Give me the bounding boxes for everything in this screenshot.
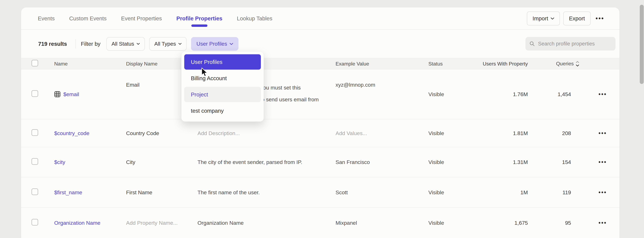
property-name-link[interactable]: $city bbox=[54, 159, 65, 165]
tab-bar: Events Custom Events Event Properties Pr… bbox=[21, 8, 620, 30]
queries-header-label: Queries bbox=[556, 61, 574, 67]
divider bbox=[76, 39, 76, 49]
tab-lookup-tables[interactable]: Lookup Tables bbox=[237, 8, 272, 29]
name-cell: $first_name bbox=[54, 189, 122, 195]
row-more-button[interactable]: ••• bbox=[593, 219, 612, 226]
checkbox-cell bbox=[32, 219, 38, 227]
table-header-row: Name Display Name Description Example Va… bbox=[21, 58, 620, 69]
table-row: $city City The city of the event sender,… bbox=[21, 147, 620, 177]
example-value-cell[interactable]: Mixpanel bbox=[336, 220, 424, 226]
description-cell[interactable]: Organization Name bbox=[198, 220, 332, 226]
row-checkbox[interactable] bbox=[32, 158, 38, 165]
name-cell: Organization Name bbox=[54, 220, 122, 226]
users-with-property-cell: 1.31M bbox=[478, 159, 528, 165]
row-more-button[interactable]: ••• bbox=[593, 189, 612, 196]
types-filter-button[interactable]: All Types bbox=[149, 37, 186, 51]
filter-bar: 719 results Filter by All Status All Typ… bbox=[21, 30, 620, 58]
profile-type-label: User Profiles bbox=[196, 41, 227, 47]
row-more-button[interactable]: ••• bbox=[593, 130, 612, 137]
name-cell: $country_code bbox=[54, 130, 122, 136]
export-button[interactable]: Export bbox=[563, 12, 590, 26]
select-all-checkbox[interactable] bbox=[32, 60, 38, 66]
chevron-down-icon bbox=[137, 43, 140, 45]
row-more-button[interactable]: ••• bbox=[593, 159, 612, 165]
row-checkbox[interactable] bbox=[32, 188, 38, 195]
export-label: Export bbox=[569, 15, 585, 22]
profile-type-filter-button[interactable]: User Profiles bbox=[191, 37, 238, 51]
filter-by-label: Filter by bbox=[81, 41, 100, 47]
row-checkbox[interactable] bbox=[32, 129, 38, 136]
table-row: $email Email The user's email address. Y… bbox=[21, 69, 620, 119]
table-row: Organization Name Add Property Name... O… bbox=[21, 208, 620, 238]
example-value-cell[interactable]: xyz@lmnop.com bbox=[336, 82, 424, 88]
dropdown-item-project[interactable]: Project bbox=[184, 87, 261, 102]
column-header-users-with-property[interactable]: Users With Property bbox=[478, 61, 528, 67]
dropdown-item-test-company[interactable]: test company bbox=[184, 103, 261, 118]
queries-cell: 154 bbox=[533, 159, 571, 165]
table-row: $first_name First Name The first name of… bbox=[21, 177, 620, 208]
display-name-cell[interactable]: First Name bbox=[126, 189, 192, 195]
properties-panel: Events Custom Events Event Properties Pr… bbox=[21, 8, 620, 238]
display-name-cell[interactable]: City bbox=[126, 159, 192, 165]
display-name-cell[interactable]: Country Code bbox=[126, 130, 192, 136]
row-more-button[interactable]: ••• bbox=[593, 91, 612, 98]
users-with-property-cell: 1,675 bbox=[478, 220, 528, 226]
queries-cell: 119 bbox=[533, 189, 571, 195]
queries-cell: 95 bbox=[533, 220, 571, 226]
property-name-link[interactable]: $country_code bbox=[54, 130, 89, 136]
more-actions-button[interactable]: ••• bbox=[594, 15, 606, 22]
import-label: Import bbox=[532, 15, 548, 22]
checkbox-cell bbox=[32, 129, 38, 137]
queries-cell: 208 bbox=[533, 130, 571, 136]
toolbar: Import Export ••• bbox=[527, 8, 606, 29]
tab-events[interactable]: Events bbox=[38, 8, 55, 29]
status-filter-button[interactable]: All Status bbox=[106, 37, 145, 51]
search-box[interactable] bbox=[526, 37, 616, 51]
queries-cell: 1,454 bbox=[533, 91, 571, 97]
column-header-name[interactable]: Name bbox=[54, 61, 122, 67]
example-value-cell[interactable]: Scott bbox=[336, 189, 424, 195]
table-grid-icon bbox=[54, 91, 60, 97]
example-value-cell[interactable]: San Francisco bbox=[336, 159, 424, 165]
tab-profile-properties[interactable]: Profile Properties bbox=[176, 8, 222, 29]
search-input[interactable] bbox=[538, 41, 612, 47]
chevron-down-icon bbox=[178, 43, 182, 45]
profile-type-dropdown: User Profiles Billing Account Project te… bbox=[181, 51, 264, 122]
search-icon bbox=[529, 41, 535, 47]
users-with-property-cell: 1M bbox=[478, 189, 528, 195]
dropdown-item-user-profiles[interactable]: User Profiles bbox=[184, 54, 261, 70]
tab-custom-events[interactable]: Custom Events bbox=[69, 8, 106, 29]
column-header-example-value[interactable]: Example Value bbox=[336, 61, 424, 67]
import-button[interactable]: Import bbox=[527, 12, 560, 26]
select-all-cell bbox=[32, 60, 38, 68]
dropdown-item-billing-account[interactable]: Billing Account bbox=[184, 71, 261, 86]
property-name-link[interactable]: Organization Name bbox=[54, 220, 100, 226]
column-header-queries[interactable]: Queries bbox=[533, 61, 580, 67]
table-row: $country_code Country Code Add Descripti… bbox=[21, 119, 620, 147]
tabs: Events Custom Events Event Properties Pr… bbox=[21, 8, 272, 29]
checkbox-cell bbox=[32, 188, 38, 196]
chevron-down-icon bbox=[551, 17, 554, 20]
mouse-cursor bbox=[201, 68, 209, 77]
row-checkbox[interactable] bbox=[32, 219, 38, 225]
users-with-property-cell: 1.76M bbox=[478, 91, 528, 97]
display-name-cell[interactable]: Add Property Name... bbox=[126, 220, 192, 226]
chevron-down-icon bbox=[230, 43, 233, 45]
description-cell[interactable]: The first name of the user. bbox=[198, 189, 332, 195]
checkbox-cell bbox=[32, 90, 38, 98]
users-with-property-cell: 1.81M bbox=[478, 130, 528, 136]
vertical-scrollbar[interactable] bbox=[640, 5, 644, 84]
sort-icon bbox=[576, 61, 580, 67]
name-cell: $email bbox=[54, 91, 122, 97]
example-value-cell[interactable]: Add Values... bbox=[336, 130, 424, 136]
row-checkbox[interactable] bbox=[32, 90, 38, 97]
property-name-link[interactable]: $first_name bbox=[54, 189, 82, 195]
tab-event-properties[interactable]: Event Properties bbox=[121, 8, 162, 29]
types-filter-label: All Types bbox=[154, 41, 176, 47]
description-cell[interactable]: Add Description... bbox=[198, 130, 332, 136]
name-cell: $city bbox=[54, 159, 122, 165]
results-count: 719 results bbox=[38, 41, 67, 47]
description-cell[interactable]: The city of the event sender, parsed fro… bbox=[198, 159, 332, 165]
checkbox-cell bbox=[32, 158, 38, 166]
property-name-link[interactable]: $email bbox=[63, 91, 79, 97]
